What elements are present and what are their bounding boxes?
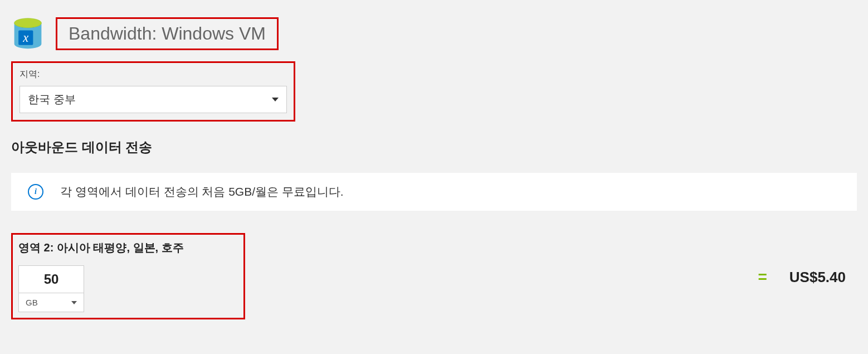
equals-sign: =	[758, 268, 767, 286]
region-select[interactable]: 한국 중부	[19, 86, 287, 113]
info-icon: i	[28, 184, 43, 200]
unit-select[interactable]: GB	[18, 293, 84, 312]
zone-group: 영역 2: 아시아 태평양, 일본, 호주 50 GB	[11, 233, 245, 319]
zone-title: 영역 2: 아시아 태평양, 일본, 호주	[18, 240, 238, 255]
region-select-value: 한국 중부	[28, 92, 76, 107]
info-text: 각 영역에서 데이터 전송의 처음 5GB/월은 무료입니다.	[60, 184, 344, 200]
chevron-down-icon	[71, 301, 77, 304]
page-title: Bandwidth: Windows VM	[56, 17, 279, 50]
svg-text:x: x	[22, 31, 28, 45]
price-area: = US$5.40	[758, 268, 857, 319]
region-group: 지역: 한국 중부	[11, 61, 295, 122]
function-x-icon: x	[11, 17, 45, 50]
unit-select-value: GB	[26, 298, 38, 307]
amount-input[interactable]: 50	[18, 265, 84, 293]
section-title: 아웃바운드 데이터 전송	[11, 138, 857, 156]
info-banner: i 각 영역에서 데이터 전송의 처음 5GB/월은 무료입니다.	[11, 173, 857, 211]
region-label: 지역:	[17, 69, 289, 80]
price-value: US$5.40	[789, 269, 846, 286]
chevron-down-icon	[272, 98, 279, 101]
